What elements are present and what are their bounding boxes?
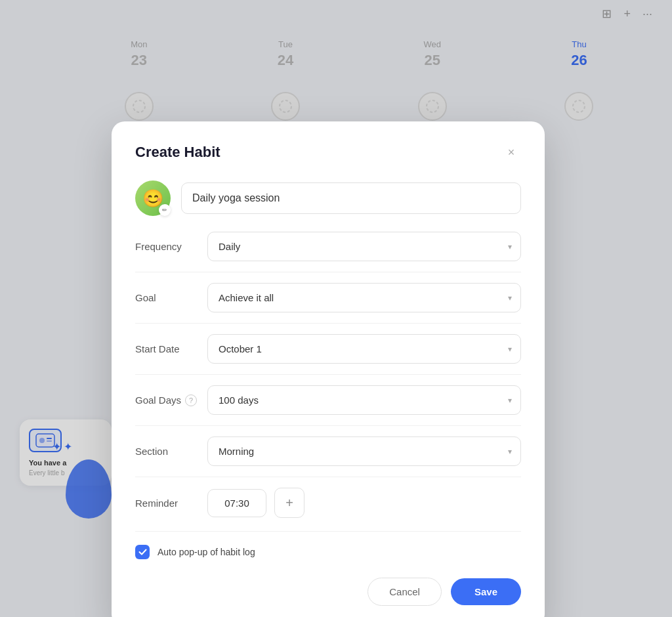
divider [135, 531, 521, 532]
reminder-label: Reminder [135, 498, 207, 509]
goal-row: Goal Achieve it all Lose weight Be healt… [135, 283, 521, 324]
habit-name-row: 😊 ✏ [135, 181, 521, 216]
auto-popup-label: Auto pop-up of habit log [158, 547, 255, 557]
close-button[interactable]: × [501, 142, 521, 162]
reminder-row: Reminder 07:30 + [135, 488, 521, 518]
action-buttons: Cancel Save [135, 578, 521, 606]
checkbox-row: Auto pop-up of habit log [135, 545, 521, 559]
add-reminder-button[interactable]: + [274, 488, 304, 518]
goal-days-label: Goal Days ? [135, 394, 207, 406]
start-date-select[interactable]: October 1 October 2 October 3 [207, 334, 521, 364]
goal-days-help-icon[interactable]: ? [185, 394, 197, 406]
habit-emoji[interactable]: 😊 ✏ [135, 181, 171, 216]
frequency-label: Frequency [135, 241, 207, 252]
modal-title: Create Habit [135, 144, 220, 161]
frequency-select-wrapper: Daily Weekly Monthly ▾ [207, 232, 521, 261]
section-select[interactable]: Morning Afternoon Evening [207, 436, 521, 466]
edit-emoji-pencil[interactable]: ✏ [159, 204, 171, 216]
start-date-label: Start Date [135, 343, 207, 354]
start-date-select-wrapper: October 1 October 2 October 3 ▾ [207, 334, 521, 364]
habit-name-input[interactable] [181, 182, 521, 214]
save-button[interactable]: Save [451, 578, 521, 605]
section-label: Section [135, 446, 207, 457]
frequency-select[interactable]: Daily Weekly Monthly [207, 232, 521, 261]
section-select-wrapper: Morning Afternoon Evening ▾ [207, 436, 521, 466]
frequency-row: Frequency Daily Weekly Monthly ▾ [135, 232, 521, 272]
goal-days-select[interactable]: 100 days 30 days 60 days 365 days [207, 385, 521, 415]
reminder-time-display[interactable]: 07:30 [207, 489, 266, 517]
cancel-button[interactable]: Cancel [368, 578, 442, 606]
auto-popup-checkbox[interactable] [135, 545, 150, 559]
section-row: Section Morning Afternoon Evening ▾ [135, 436, 521, 477]
goal-days-select-wrapper: 100 days 30 days 60 days 365 days ▾ [207, 385, 521, 415]
goal-label: Goal [135, 292, 207, 303]
create-habit-modal: Create Habit × 😊 ✏ Frequency Daily Weekl… [112, 121, 545, 617]
goal-select-wrapper: Achieve it all Lose weight Be healthy ▾ [207, 283, 521, 312]
start-date-row: Start Date October 1 October 2 October 3… [135, 334, 521, 375]
goal-select[interactable]: Achieve it all Lose weight Be healthy [207, 283, 521, 312]
goal-days-row: Goal Days ? 100 days 30 days 60 days 365… [135, 385, 521, 426]
modal-header: Create Habit × [135, 142, 521, 162]
